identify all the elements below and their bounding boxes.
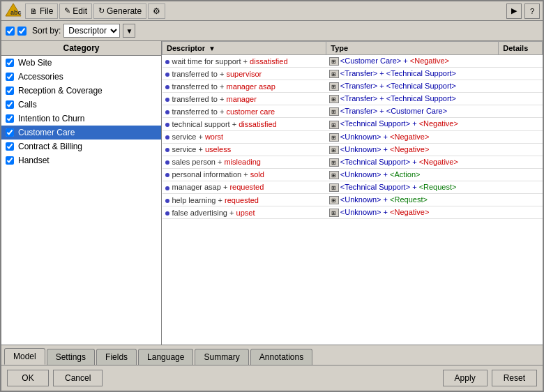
descriptor-cell: transferred to + customer care [163, 105, 326, 118]
table-row[interactable]: service + worst⊞<Unknown> + <Negative> [163, 130, 543, 143]
type-cell: ⊞<Transfer> + <Technical Support> [326, 93, 499, 105]
descriptor-cell: help learning + requested [163, 194, 326, 206]
type-icon: ⊞ [329, 183, 339, 192]
tab-summary[interactable]: Summary [195, 349, 248, 365]
desc-highlight: dissatisfied [250, 57, 287, 66]
details-cell [499, 156, 543, 168]
category-checkbox-4[interactable] [6, 114, 14, 123]
table-row[interactable]: transferred to + manager asap⊞<Transfer>… [163, 80, 543, 93]
table-row[interactable]: technical support + dissatisfied⊞<Techni… [163, 118, 543, 130]
type-icon: ⊞ [329, 196, 339, 204]
col-type[interactable]: Type [326, 42, 499, 55]
menu-bar: 🗎 File ✎ Edit ↻ Generate ⚙ [25, 3, 506, 19]
details-cell [499, 206, 543, 219]
details-cell [499, 118, 543, 130]
tab-annotations[interactable]: Annotations [250, 349, 312, 365]
main-window: abc 🗎 File ✎ Edit ↻ Generate ⚙ ▶ ? [0, 0, 544, 392]
table-row[interactable]: wait time for support + dissatisfied⊞<Cu… [163, 55, 543, 68]
bottom-right: Apply Reset [443, 370, 537, 386]
tab-model[interactable]: Model [4, 348, 45, 365]
table-row[interactable]: false advertising + upset⊞<Unknown> + <N… [163, 206, 543, 219]
category-checkbox-1[interactable] [6, 73, 14, 81]
table-row[interactable]: transferred to + manager⊞<Transfer> + <T… [163, 93, 543, 105]
desc-base: service + [172, 145, 205, 153]
svg-text:abc: abc [10, 9, 22, 16]
desc-highlight: dissatisfied [239, 120, 276, 128]
table-row[interactable]: service + useless⊞<Unknown> + <Negative> [163, 143, 543, 156]
type-base: <Technical Support> + [340, 119, 419, 128]
checkbox1[interactable] [6, 27, 15, 36]
descriptor-sort-icon: ▼ [209, 45, 216, 52]
bottom-left: OK Cancel [7, 370, 103, 386]
col-descriptor[interactable]: Descriptor ▼ [163, 42, 326, 55]
category-checkbox-3[interactable] [6, 100, 14, 109]
category-checkbox-5[interactable] [6, 128, 14, 137]
sort-by-label: Sort by: [32, 26, 61, 36]
type-highlight: <Customer Care> [386, 107, 447, 115]
menu-file-label: File [40, 6, 53, 16]
type-base: <Unknown> + [340, 208, 390, 216]
category-checkbox-0[interactable] [6, 59, 14, 67]
table-scroll[interactable]: Descriptor ▼ Type Details wait t [162, 41, 543, 345]
reset-button[interactable]: Reset [492, 370, 537, 386]
generate-icon: ↻ [98, 6, 105, 15]
help-button[interactable]: ? [524, 3, 540, 19]
details-cell [499, 168, 543, 181]
menu-generate[interactable]: ↻ Generate [93, 3, 146, 19]
category-item-calls[interactable]: Calls [1, 98, 161, 112]
apply-button[interactable]: Apply [443, 370, 488, 386]
category-checkbox-7[interactable] [6, 156, 14, 165]
row-dot-icon [165, 73, 169, 77]
desc-highlight: manager [226, 95, 256, 103]
category-checkbox-2[interactable] [6, 86, 14, 95]
category-label-6: Contract & Billing [18, 142, 82, 151]
tab-fields[interactable]: Fields [96, 349, 137, 365]
sort-select[interactable]: Descriptor Type Details [63, 24, 120, 38]
descriptor-cell: transferred to + manager asap [163, 80, 326, 93]
details-cell [499, 68, 543, 80]
tab-settings[interactable]: Settings [47, 349, 95, 365]
edit-icon: ✎ [64, 6, 70, 15]
menu-extra[interactable]: ⚙ [148, 3, 165, 19]
category-item-handset[interactable]: Handset [1, 153, 161, 167]
category-header: Category [1, 41, 161, 56]
menu-file[interactable]: 🗎 File [25, 3, 58, 19]
main-content: Category Web SiteAccessoriesReception & … [1, 41, 543, 345]
category-item-web-site[interactable]: Web Site [1, 56, 161, 70]
table-row[interactable]: personal information + sold⊞<Unknown> + … [163, 168, 543, 181]
tab-language[interactable]: Language [138, 349, 193, 365]
row-dot-icon [165, 173, 169, 177]
menu-edit[interactable]: ✎ Edit [59, 3, 92, 19]
descriptor-cell: sales person + misleading [163, 156, 326, 168]
row-dot-icon [165, 135, 169, 140]
table-row[interactable]: transferred to + customer care⊞<Transfer… [163, 105, 543, 118]
checkbox2[interactable] [17, 27, 27, 36]
ok-button[interactable]: OK [7, 370, 49, 386]
descriptor-cell: manager asap + requested [163, 181, 326, 193]
category-item-contract-&-billing[interactable]: Contract & Billing [1, 140, 161, 153]
col-details[interactable]: Details [499, 42, 543, 55]
category-item-intention-to-churn[interactable]: Intention to Churn [1, 112, 161, 126]
data-panel: Descriptor ▼ Type Details wait t [162, 41, 543, 345]
nav-forward-button[interactable]: ▶ [506, 3, 522, 19]
table-row[interactable]: manager asap + requested⊞<Technical Supp… [163, 181, 543, 193]
row-dot-icon [165, 98, 169, 102]
category-item-reception-&-coverage[interactable]: Reception & Coverage [1, 84, 161, 98]
sort-direction-button[interactable]: ▼ [123, 24, 135, 38]
type-highlight: <Request> [419, 183, 457, 191]
type-highlight: <Action> [390, 170, 420, 179]
desc-base: transferred to + [172, 70, 227, 78]
type-highlight: <Technical Support> [386, 82, 456, 90]
category-item-customer-care[interactable]: Customer Care [1, 126, 161, 140]
cancel-button[interactable]: Cancel [53, 370, 103, 386]
table-row[interactable]: help learning + requested⊞<Unknown> + <R… [163, 194, 543, 206]
tab-bar: ModelSettingsFieldsLanguageSummaryAnnota… [1, 345, 543, 365]
category-panel: Category Web SiteAccessoriesReception & … [1, 41, 162, 345]
category-checkbox-6[interactable] [6, 142, 14, 151]
category-item-accessories[interactable]: Accessories [1, 70, 161, 84]
table-row[interactable]: sales person + misleading⊞<Technical Sup… [163, 156, 543, 168]
type-base: <Technical Support> + [340, 158, 419, 166]
type-icon: ⊞ [329, 121, 339, 129]
table-row[interactable]: transferred to + supervisor⊞<Transfer> +… [163, 68, 543, 80]
type-base: <Unknown> + [340, 133, 390, 141]
